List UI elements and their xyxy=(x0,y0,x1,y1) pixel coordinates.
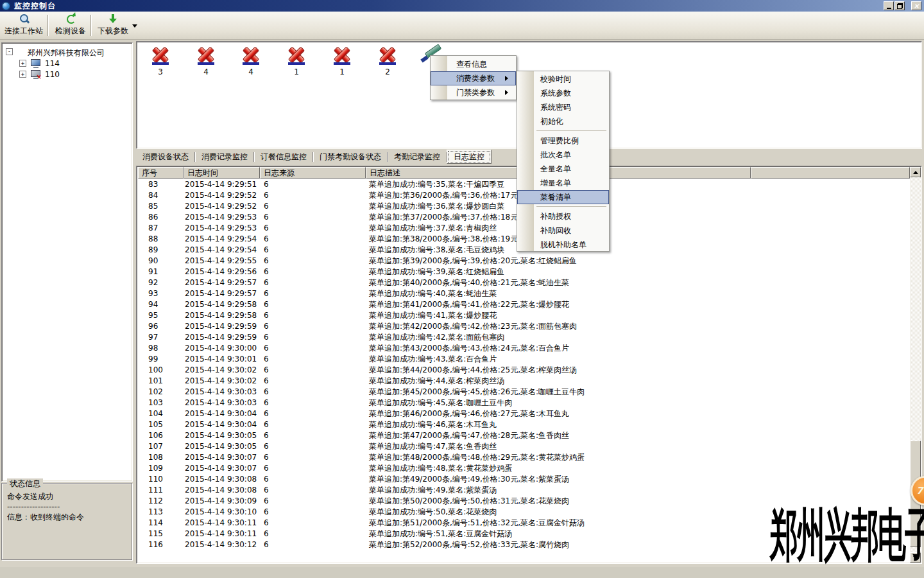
submenu-item-系统密码[interactable]: 系统密码 xyxy=(517,100,609,114)
tab-订餐信息监控[interactable]: 订餐信息监控 xyxy=(254,150,313,164)
table-row[interactable]: 1042015-4-14 9:30:046菜单追加:第46/2000条,编号:4… xyxy=(138,408,909,419)
submenu-item-菜肴清单[interactable]: 菜肴清单 xyxy=(517,190,609,204)
menu-item-查看信息[interactable]: 查看信息 xyxy=(431,57,516,71)
device-icon-2[interactable]: 4 xyxy=(195,46,217,76)
table-row[interactable]: 1032015-4-14 9:30:036菜单追加成功:编号:45,菜名:咖喱土… xyxy=(138,398,909,408)
table-row[interactable]: 902015-4-14 9:29:556菜单追加:第39/2000条,编号:39… xyxy=(138,256,909,267)
tree-node-label: 114 xyxy=(45,59,60,68)
device-icon-6[interactable]: 2 xyxy=(377,46,398,76)
tree-node-114[interactable]: +114 xyxy=(2,58,132,69)
table-row[interactable]: 1062015-4-14 9:30:056菜单追加:第47/2000条,编号:4… xyxy=(138,430,909,441)
column-header-empty[interactable] xyxy=(751,167,910,179)
cell-time: 2015-4-14 9:30:00 xyxy=(185,343,257,354)
table-row[interactable]: 1112015-4-14 9:30:086菜单追加成功:编号:49,菜名:紫菜蛋… xyxy=(138,485,909,496)
menu-item-门禁类参数[interactable]: 门禁类参数 xyxy=(431,85,516,100)
minimize-button[interactable] xyxy=(884,1,894,10)
cell-seq: 99 xyxy=(148,354,158,365)
table-row[interactable]: 982015-4-14 9:30:006菜单追加:第43/2000条,编号:43… xyxy=(138,343,909,354)
status-lines: 命令发送成功-------------------信息：收到终端的命令 xyxy=(2,484,132,522)
cell-description: 菜单追加:第44/2000条,编号:44,价格:25元,菜名:榨菜肉丝汤 xyxy=(369,365,577,376)
cell-seq: 88 xyxy=(148,234,158,245)
expand-icon[interactable]: + xyxy=(19,71,26,78)
device-count-label: 1 xyxy=(286,67,307,76)
cell-description: 菜单追加:第51/2000条,编号:51,价格:32元,菜名:豆腐金针菇汤 xyxy=(369,518,585,529)
table-row[interactable]: 922015-4-14 9:29:576菜单追加:第40/2000条,编号:40… xyxy=(138,277,909,288)
cell-time: 2015-4-14 9:30:05 xyxy=(185,430,257,441)
tab-消费设备状态[interactable]: 消费设备状态 xyxy=(136,150,195,164)
cell-source: 6 xyxy=(264,430,269,441)
tab-消费记录监控[interactable]: 消费记录监控 xyxy=(195,150,254,164)
table-row[interactable]: 1072015-4-14 9:30:056菜单追加成功:编号:47,菜名:鱼香肉… xyxy=(138,441,909,452)
table-row[interactable]: 1102015-4-14 9:30:086菜单追加:第49/2000条,编号:4… xyxy=(138,474,909,485)
expand-icon[interactable]: + xyxy=(19,60,26,67)
tree-root-node[interactable]: - 郑州兴邦科技有限公司 xyxy=(2,47,132,58)
tab-日志监控[interactable]: 日志监控 xyxy=(447,150,492,164)
cell-description: 菜单追加成功:编号:35,菜名:干煸四季豆 xyxy=(369,179,504,190)
restore-button[interactable] xyxy=(894,1,905,10)
table-row[interactable]: 1002015-4-14 9:30:026菜单追加:第44/2000条,编号:4… xyxy=(138,365,909,376)
table-row[interactable]: 1052015-4-14 9:30:046菜单追加成功:编号:46,菜名:木耳鱼… xyxy=(138,419,909,430)
submenu-item-全量名单[interactable]: 全量名单 xyxy=(517,162,609,176)
submenu-item-初始化[interactable]: 初始化 xyxy=(517,114,609,128)
device-icon-1[interactable]: 3 xyxy=(150,46,171,76)
tab-门禁考勤设备状态[interactable]: 门禁考勤设备状态 xyxy=(313,150,388,164)
cell-source: 6 xyxy=(264,256,269,267)
table-row[interactable]: 942015-4-14 9:29:586菜单追加:第41/2000条,编号:41… xyxy=(138,299,909,310)
cell-source: 6 xyxy=(264,277,269,288)
cell-source: 6 xyxy=(264,398,269,408)
scroll-up-button[interactable] xyxy=(910,167,921,177)
collapse-icon[interactable]: - xyxy=(6,48,13,55)
cell-description: 菜单追加成功:编号:45,菜名:咖喱土豆牛肉 xyxy=(369,398,512,408)
submenu-item-校验时间[interactable]: 校验时间 xyxy=(517,72,609,86)
column-header-日志时间[interactable]: 日志时间 xyxy=(184,167,260,179)
dropdown-caret-icon[interactable] xyxy=(132,24,137,30)
menu-separator xyxy=(517,204,609,209)
tree-node-110[interactable]: +110 xyxy=(2,69,132,80)
cell-seq: 109 xyxy=(148,463,163,474)
table-row[interactable]: 1012015-4-14 9:30:026菜单追加成功:编号:44,菜名:榨菜肉… xyxy=(138,376,909,387)
close-button[interactable] xyxy=(911,1,921,10)
submenu-item-脱机补助名单[interactable]: 脱机补助名单 xyxy=(517,238,609,252)
cell-description: 菜单追加:第41/2000条,编号:41,价格:22元,菜名:爆炒腰花 xyxy=(369,299,569,310)
table-row[interactable]: 992015-4-14 9:30:016菜单追加成功:编号:43,菜名:百合鱼片 xyxy=(138,354,909,365)
table-row[interactable]: 1022015-4-14 9:30:036菜单追加:第45/2000条,编号:4… xyxy=(138,387,909,398)
toolbar-button-3[interactable]: 下载参数 xyxy=(94,13,132,38)
cell-description: 菜单追加:第36/2000条,编号:36,价格:17元 xyxy=(369,190,518,201)
device-icon-3[interactable]: 4 xyxy=(240,46,262,76)
cell-source: 6 xyxy=(264,463,269,474)
cell-source: 6 xyxy=(264,518,269,529)
table-row[interactable]: 1092015-4-14 9:30:076菜单追加成功:编号:48,菜名:黄花菜… xyxy=(138,463,909,474)
cell-time: 2015-4-14 9:29:55 xyxy=(185,256,257,267)
table-row[interactable]: 952015-4-14 9:29:586菜单追加成功:编号:41,菜名:爆炒腰花 xyxy=(138,310,909,321)
minimize-icon xyxy=(887,8,891,9)
download-icon xyxy=(107,13,119,24)
table-row[interactable]: 932015-4-14 9:29:576菜单追加成功:编号:40,菜名:蚝油生菜 xyxy=(138,288,909,299)
cell-time: 2015-4-14 9:30:08 xyxy=(185,474,257,485)
device-icon-4[interactable]: 1 xyxy=(286,46,307,76)
toolbar-button-1[interactable]: 连接工作站 xyxy=(1,13,46,38)
column-header-序号[interactable]: 序号 xyxy=(138,167,184,179)
tab-考勤记录监控[interactable]: 考勤记录监控 xyxy=(388,150,447,164)
submenu-item-补助授权[interactable]: 补助授权 xyxy=(517,209,609,223)
column-header-日志来源[interactable]: 日志来源 xyxy=(260,167,366,179)
cell-time: 2015-4-14 9:29:57 xyxy=(185,288,257,299)
table-row[interactable]: 972015-4-14 9:29:596菜单追加成功:编号:42,菜名:面筋包塞… xyxy=(138,332,909,343)
submenu-item-管理费比例[interactable]: 管理费比例 xyxy=(517,134,609,148)
device-offline-x-icon xyxy=(151,46,170,65)
submenu-item-增量名单[interactable]: 增量名单 xyxy=(517,176,609,190)
cell-seq: 104 xyxy=(148,408,163,419)
cell-description: 菜单追加:第37/2000条,编号:37,价格:18元 xyxy=(369,212,518,223)
cell-description: 菜单追加成功:编号:40,菜名:蚝油生菜 xyxy=(369,288,497,299)
cell-source: 6 xyxy=(264,234,269,245)
menu-item-消费类参数[interactable]: 消费类参数 xyxy=(431,71,516,85)
table-row[interactable]: 1082015-4-14 9:30:076菜单追加:第48/2000条,编号:4… xyxy=(138,452,909,463)
submenu-item-批次名单[interactable]: 批次名单 xyxy=(517,148,609,162)
table-row[interactable]: 962015-4-14 9:29:596菜单追加:第42/2000条,编号:42… xyxy=(138,321,909,332)
cell-time: 2015-4-14 9:29:52 xyxy=(185,190,257,201)
submenu-item-系统参数[interactable]: 系统参数 xyxy=(517,86,609,100)
toolbar-button-2[interactable]: 检测设备 xyxy=(51,13,90,38)
toolbar: 连接工作站检测设备下载参数 xyxy=(0,12,924,40)
table-row[interactable]: 912015-4-14 9:29:566菜单追加成功:编号:39,菜名:红烧鲳扁… xyxy=(138,267,909,277)
device-icon-5[interactable]: 1 xyxy=(331,46,353,76)
submenu-item-补助回收[interactable]: 补助回收 xyxy=(517,223,609,238)
